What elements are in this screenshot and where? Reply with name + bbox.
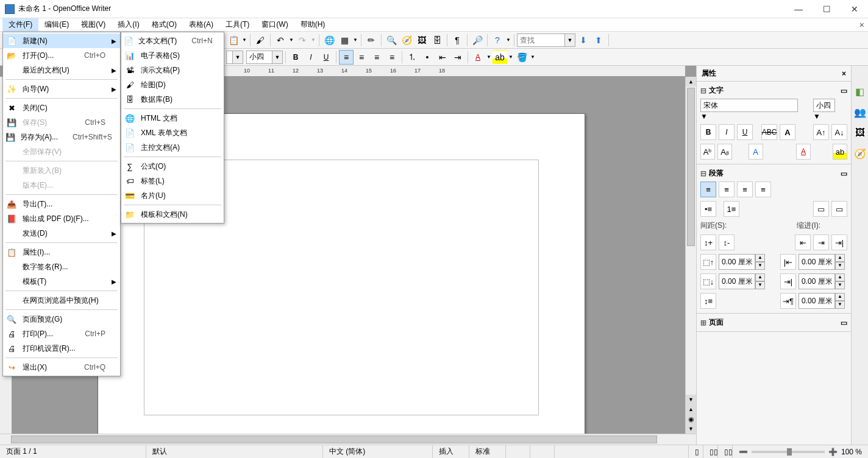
menu-view[interactable]: 视图(V)	[75, 18, 112, 31]
data-sources-button[interactable]: 🗄	[430, 33, 444, 48]
decrease-font-button[interactable]: A↓	[831, 124, 847, 140]
view-book-icon[interactable]: ▯▯	[718, 445, 733, 458]
new-labels[interactable]: 🏷标签(L)	[121, 174, 224, 188]
status-signature[interactable]	[530, 445, 555, 458]
menu-templates[interactable]: 模板(T)▶	[3, 274, 120, 289]
shadow-button[interactable]: A	[780, 124, 795, 140]
font-name-combo[interactable]: ▼	[226, 51, 243, 64]
font-name-dropdown-icon[interactable]: ▼	[232, 51, 243, 64]
zoom-slider[interactable]	[752, 451, 825, 453]
view-multi-icon[interactable]: ▯▯	[703, 445, 718, 458]
strikethrough-button[interactable]: ABC	[761, 124, 777, 140]
menu-help[interactable]: 帮助(H)	[294, 18, 332, 31]
menu-browserpreview[interactable]: 在网页浏览器中预览(H)	[3, 293, 120, 308]
menu-print[interactable]: 🖨打印(P)...Ctrl+P	[3, 326, 120, 341]
gallery-button[interactable]: 🖼	[414, 33, 429, 48]
menu-exportpdf[interactable]: 📕输出成 PDF (D)(F)...	[3, 211, 120, 226]
first-line-indent-spin[interactable]: ▲▼	[799, 293, 847, 309]
menu-save[interactable]: 💾保存(S)Ctrl+S	[3, 115, 120, 130]
numbered-list-button[interactable]: 1≡	[724, 201, 739, 217]
collapse-icon[interactable]: ⊟	[700, 169, 706, 178]
font-name-input[interactable]	[226, 51, 232, 64]
table-dropdown-icon[interactable]: ▼	[352, 33, 358, 48]
minimize-button[interactable]: —	[790, 4, 807, 14]
menu-saveas[interactable]: 💾另存为(A)...Ctrl+Shift+S	[3, 130, 120, 144]
menu-new[interactable]: 📄新建(N)▶	[3, 33, 120, 48]
menu-pagepreview[interactable]: 🔍页面预览(G)	[3, 312, 120, 326]
draw-functions-button[interactable]: ✏	[364, 33, 379, 48]
menu-send[interactable]: 发送(D)▶	[3, 226, 120, 241]
status-insert-mode[interactable]: 插入	[433, 445, 469, 458]
subscript-button[interactable]: Aᵦ	[717, 144, 732, 160]
align-justify-button[interactable]: ≡	[385, 50, 399, 65]
undo-button[interactable]: ↶	[273, 33, 288, 48]
menu-wizard[interactable]: ✨向导(W)▶	[3, 82, 120, 96]
status-modified[interactable]	[506, 445, 530, 458]
align-justify-button[interactable]: ≡	[755, 181, 771, 197]
menu-properties[interactable]: 📋属性(I)...	[3, 245, 120, 259]
bold-button[interactable]: B	[700, 124, 716, 140]
menu-versions[interactable]: 版本(E)...	[3, 178, 120, 192]
menu-saveall[interactable]: 全部保存(V)	[3, 144, 120, 159]
dropdown-icon[interactable]: ▼	[700, 112, 811, 121]
menu-table[interactable]: 表格(A)	[183, 18, 219, 31]
status-selection-mode[interactable]: 标准	[469, 445, 506, 458]
increase-font-button[interactable]: A↑	[813, 124, 829, 140]
font-color-button[interactable]: A	[796, 144, 811, 160]
italic-button[interactable]: I	[304, 50, 318, 65]
italic-button[interactable]: I	[719, 124, 735, 140]
menu-open[interactable]: 📂打开(O)...Ctrl+O	[3, 48, 120, 63]
section-more-icon[interactable]: ▭	[841, 319, 847, 327]
sidebar-font-size-input[interactable]	[813, 99, 835, 112]
scroll-down-icon[interactable]: ▼	[686, 395, 696, 404]
numbered-list-button[interactable]: ⒈	[405, 50, 419, 65]
new-master[interactable]: 📄主控文档(A)	[121, 140, 224, 155]
find-dropdown-icon[interactable]: ▼	[564, 33, 575, 47]
vertical-scrollbar[interactable]: ▲ ▼ ▲ ◉ ▼	[685, 77, 696, 434]
navigator-button[interactable]: 🧭	[399, 33, 414, 48]
decrease-indent-button[interactable]: ⇤	[435, 50, 450, 65]
find-input[interactable]	[517, 33, 564, 47]
bg-color-button[interactable]: 🪣	[514, 50, 529, 65]
indent-before-spin[interactable]: ▲▼	[799, 254, 847, 270]
find-next-button[interactable]: ⬇	[576, 33, 591, 48]
bullet-list-button[interactable]: •≡	[700, 201, 716, 217]
zoom-value[interactable]: 100 %	[841, 448, 862, 456]
highlight-dropdown-icon[interactable]: ▼	[508, 50, 514, 65]
decrease-spacing-button[interactable]: ↕-	[719, 234, 735, 250]
hanging-indent-button[interactable]: ⇥|	[831, 234, 847, 250]
menu-sign[interactable]: 数字签名(R)...	[3, 259, 120, 274]
para-bg-button[interactable]: ▭	[831, 201, 847, 217]
increase-indent-button[interactable]: ⇥	[450, 50, 465, 65]
status-language[interactable]: 中文 (简体)	[323, 445, 433, 458]
underline-button[interactable]: U	[737, 124, 753, 140]
new-text-doc[interactable]: 📄文本文档(T)Ctrl+N	[121, 33, 224, 48]
sidebar-close-icon[interactable]: ×	[842, 69, 846, 78]
new-templates[interactable]: 📁模板和文档(N)	[121, 207, 224, 222]
help-button[interactable]: ?	[490, 33, 505, 48]
hyperlink-button[interactable]: 🌐	[322, 33, 336, 48]
bg-color-button[interactable]: ▭	[813, 201, 829, 217]
decrease-indent-button[interactable]: ⇤	[795, 234, 811, 250]
superscript-button[interactable]: Aᵇ	[700, 144, 715, 160]
font-size-input[interactable]	[246, 51, 272, 64]
align-right-button[interactable]: ≡	[737, 181, 753, 197]
undo-dropdown-icon[interactable]: ▼	[288, 33, 294, 48]
align-left-button[interactable]: ≡	[700, 181, 716, 197]
align-center-button[interactable]: ≡	[354, 50, 369, 65]
underline-button[interactable]: U	[319, 50, 333, 65]
navigator-tab-icon[interactable]: 🧭	[853, 146, 867, 161]
paste-button[interactable]: 📋	[226, 33, 241, 48]
maximize-button[interactable]: ☐	[818, 4, 835, 14]
menu-reload[interactable]: 重新装入(B)	[3, 163, 120, 178]
section-more-icon[interactable]: ▭	[841, 86, 847, 95]
find-replace-button[interactable]: 🔍	[384, 33, 399, 48]
status-style[interactable]: 默认	[146, 445, 323, 458]
expand-icon[interactable]: ⊞	[700, 319, 706, 327]
sidebar-font-size-combo[interactable]: ▼	[813, 99, 847, 121]
new-cards[interactable]: 💳名片(U)	[121, 188, 224, 203]
view-single-icon[interactable]: ▯	[689, 445, 703, 458]
highlight-button[interactable]: ab	[493, 50, 507, 65]
scroll-thumb[interactable]	[687, 88, 695, 246]
scroll-up-icon[interactable]: ▲	[686, 77, 696, 86]
